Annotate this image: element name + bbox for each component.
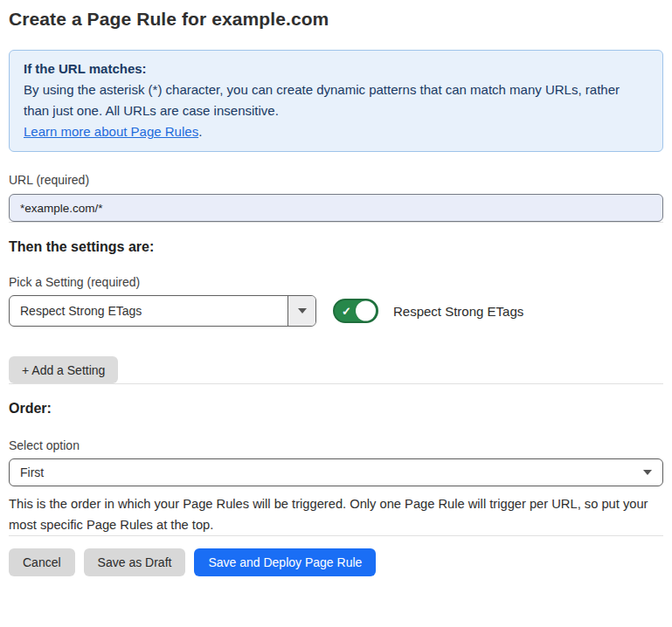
- cancel-button[interactable]: Cancel: [9, 548, 75, 576]
- url-input[interactable]: [9, 194, 663, 222]
- footer-buttons: Cancel Save as Draft Save and Deploy Pag…: [9, 548, 663, 576]
- setting-row: Respect Strong ETags ✓ Respect Strong ET…: [9, 295, 663, 327]
- setting-select-value: Respect Strong ETags: [10, 296, 288, 326]
- info-box-body: By using the asterisk (*) character, you…: [24, 79, 648, 121]
- setting-select[interactable]: Respect Strong ETags: [9, 295, 316, 327]
- info-box-heading: If the URL matches:: [24, 59, 648, 79]
- toggle-group: ✓ Respect Strong ETags: [333, 299, 523, 323]
- respect-strong-etags-toggle[interactable]: ✓: [333, 299, 378, 323]
- setting-select-arrow-button[interactable]: [288, 296, 315, 326]
- learn-more-link[interactable]: Learn more about Page Rules: [24, 124, 198, 139]
- pick-setting-label: Pick a Setting (required): [9, 275, 663, 289]
- order-section-heading: Order:: [9, 401, 663, 417]
- toggle-knob: [356, 301, 376, 321]
- toggle-label: Respect Strong ETags: [393, 304, 523, 319]
- page-title: Create a Page Rule for example.com: [9, 9, 663, 30]
- check-icon: ✓: [342, 306, 351, 317]
- section-divider: [9, 383, 663, 384]
- chevron-down-icon: [643, 470, 652, 475]
- section-divider: [9, 535, 663, 536]
- order-select[interactable]: First: [9, 458, 663, 486]
- order-help-text: This is the order in which your Page Rul…: [9, 493, 663, 535]
- section-divider: [9, 222, 663, 223]
- create-page-rule-form: Create a Page Rule for example.com If th…: [0, 0, 672, 576]
- url-match-info-box: If the URL matches: By using the asteris…: [9, 50, 663, 152]
- order-select-label: Select option: [9, 438, 663, 452]
- save-and-deploy-button[interactable]: Save and Deploy Page Rule: [194, 548, 376, 576]
- order-select-value: First: [20, 465, 643, 479]
- add-setting-button[interactable]: + Add a Setting: [9, 356, 118, 383]
- settings-section-heading: Then the settings are:: [9, 239, 663, 255]
- link-suffix: .: [198, 124, 202, 139]
- info-box-link-line: Learn more about Page Rules.: [24, 121, 648, 142]
- save-as-draft-button[interactable]: Save as Draft: [84, 548, 186, 576]
- chevron-down-icon: [298, 308, 307, 314]
- url-field-label: URL (required): [9, 173, 663, 187]
